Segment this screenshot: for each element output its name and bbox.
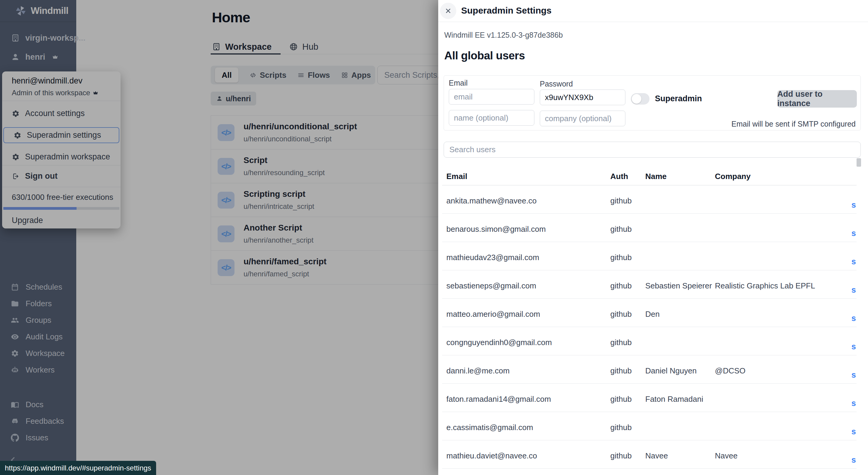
company-field[interactable] — [540, 110, 625, 126]
menu-item-upgrade[interactable]: Upgrade — [2, 213, 121, 228]
row-action-link[interactable]: s — [851, 455, 856, 465]
building-icon — [11, 33, 20, 42]
page-title: Home — [212, 9, 250, 26]
row-action-link[interactable]: s — [851, 285, 856, 295]
cell-name: Faton Ramadani — [645, 394, 703, 404]
menu-item-sign-out[interactable]: Sign out — [2, 168, 121, 184]
free-tier-usage: 630/1000 free-tier executions — [12, 193, 113, 202]
script-code-icon: </> — [218, 124, 235, 141]
tab-workspace[interactable]: Workspace — [212, 40, 272, 53]
cell-name: Sebastien Speierer — [645, 281, 712, 290]
lines-icon — [297, 71, 305, 79]
folder-icon — [11, 299, 19, 308]
user-menu-trigger[interactable]: henri — [0, 49, 76, 65]
row-action-link[interactable]: s — [851, 342, 856, 351]
script-code-icon: </> — [218, 225, 235, 242]
column-header-auth: Auth — [610, 172, 628, 181]
menu-item-superadmin-workspace[interactable]: Superadmin workspace — [2, 149, 121, 165]
filter-all[interactable]: All — [215, 67, 239, 83]
robot-icon — [11, 366, 19, 374]
superadmin-settings-drawer: Superadmin Settings Windmill EE v1.125.0… — [438, 0, 868, 475]
superadmin-toggle[interactable] — [631, 93, 650, 104]
row-action-link[interactable]: s — [851, 371, 856, 380]
script-code-icon: </> — [218, 192, 235, 209]
sidebar-item-workspace[interactable]: Workspace — [0, 345, 76, 362]
workspace-switcher[interactable]: virgin-worksp... — [0, 30, 76, 46]
table-row[interactable]: mathieudav23@gmail.com github s — [442, 242, 857, 271]
cell-email: congnguyendinh0@gmail.com — [446, 338, 552, 347]
superadmin-toggle-label: Superadmin — [655, 94, 702, 103]
github-icon — [11, 434, 19, 442]
drawer-header: Superadmin Settings — [438, 0, 868, 22]
cell-email: mathieudav23@gmail.com — [446, 253, 539, 262]
scrollbar-thumb[interactable] — [857, 158, 861, 167]
filter-apps[interactable]: Apps — [341, 70, 371, 80]
table-row[interactable]: matteo.amerio@gmail.com github Den s — [442, 299, 857, 327]
row-action-link[interactable]: s — [851, 427, 856, 436]
usage-progress-bar — [3, 207, 119, 210]
cell-email: e.cassimatis@gmail.com — [446, 423, 533, 432]
sidebar-item-workers[interactable]: Workers — [0, 362, 76, 378]
menu-user-role: Admin of this workspace — [12, 89, 98, 97]
table-row[interactable]: ankita.mathew@navee.co github s — [442, 185, 857, 214]
search-users-input[interactable] — [444, 141, 861, 158]
filter-scripts[interactable]: Scripts — [249, 70, 286, 80]
tab-hub[interactable]: Hub — [289, 40, 318, 53]
globe-icon — [289, 42, 298, 51]
cell-email: benarous.simon@gmail.com — [446, 225, 546, 234]
cell-email: mathieu.daviet@navee.co — [446, 451, 537, 461]
table-row[interactable]: danni.le@me.com github Daniel Nguyen @DC… — [442, 355, 857, 384]
sidebar-item-docs[interactable]: Docs — [0, 396, 76, 413]
users-table: Email Auth Name Company ankita.mathew@na… — [442, 169, 857, 469]
row-action-link[interactable]: s — [851, 314, 856, 323]
eye-icon — [11, 333, 19, 341]
owner-filter-chip[interactable]: u/henri — [211, 92, 256, 105]
row-action-link[interactable]: s — [851, 200, 856, 210]
name-field[interactable] — [449, 110, 534, 126]
row-action-link[interactable]: s — [851, 257, 856, 266]
cell-auth: github — [610, 366, 632, 376]
app-logo[interactable]: Windmill — [0, 0, 76, 22]
row-action-link[interactable]: s — [851, 399, 856, 408]
cell-email: ankita.mathew@navee.co — [446, 196, 537, 205]
table-row[interactable]: e.cassimatis@gmail.com github s — [442, 412, 857, 440]
menu-item-superadmin-settings[interactable]: Superadmin settings — [3, 127, 119, 143]
menu-item-account-settings[interactable]: Account settings — [2, 105, 121, 122]
crown-icon — [52, 54, 59, 60]
script-title: u/henri/famed_script — [244, 257, 327, 266]
row-action-link[interactable]: s — [851, 229, 856, 238]
cell-name: Daniel Nguyen — [645, 366, 697, 376]
sidebar-item-groups[interactable]: Groups — [0, 312, 76, 328]
table-row[interactable]: mathieu.daviet@navee.co github Navee Nav… — [442, 440, 857, 469]
close-button[interactable] — [440, 3, 456, 19]
toggle-knob — [632, 94, 641, 104]
script-code-icon: </> — [218, 158, 235, 175]
filter-flows[interactable]: Flows — [297, 70, 330, 80]
add-user-button[interactable]: Add user to instance — [777, 90, 857, 107]
sidebar-item-feedbacks[interactable]: Feedbacks — [0, 413, 76, 430]
table-row[interactable]: sebastieneps@gmail.com github Sebastien … — [442, 271, 857, 299]
script-title: Another Script — [244, 223, 302, 233]
drawer-title: Superadmin Settings — [461, 5, 552, 16]
cell-auth: github — [610, 225, 632, 234]
script-path: u/henri/unconditional_script — [244, 135, 332, 143]
gear-icon — [12, 153, 20, 161]
cell-name: Navee — [645, 451, 668, 461]
book-icon — [11, 401, 19, 409]
password-field[interactable] — [540, 90, 625, 105]
table-row[interactable]: congnguyendinh0@gmail.com github s — [442, 327, 857, 355]
gear-icon — [13, 131, 22, 139]
building-icon — [212, 42, 221, 51]
sidebar-item-issues[interactable]: Issues — [0, 430, 76, 446]
table-row[interactable]: benarous.simon@gmail.com github s — [442, 214, 857, 242]
section-heading: All global users — [444, 50, 525, 62]
script-path: u/henri/famed_script — [244, 270, 309, 278]
sidebar-item-folders[interactable]: Folders — [0, 295, 76, 312]
column-header-company: Company — [715, 172, 750, 181]
menu-divider — [2, 187, 121, 187]
sidebar-item-audit-logs[interactable]: Audit Logs — [0, 328, 76, 345]
email-field[interactable] — [449, 89, 534, 104]
table-row[interactable]: faton.ramadani14@gmail.com github Faton … — [442, 384, 857, 412]
sidebar-item-schedules[interactable]: Schedules — [0, 279, 76, 295]
code-icon — [249, 71, 257, 79]
